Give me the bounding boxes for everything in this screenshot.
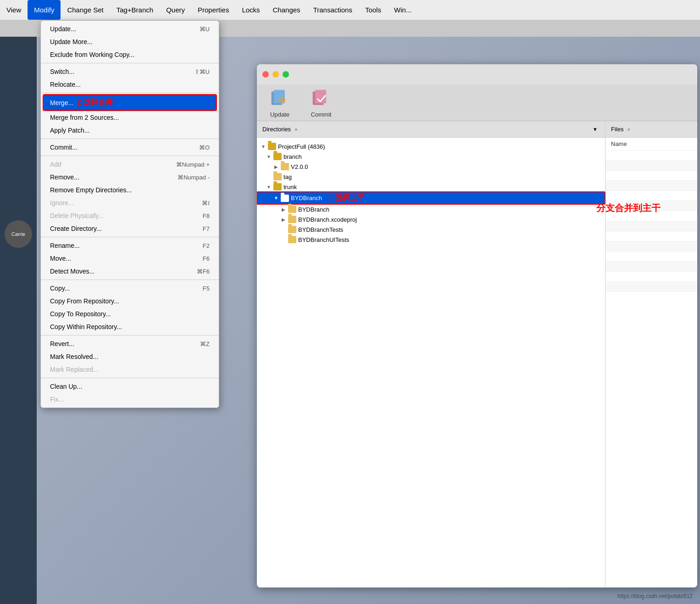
- folder-icon-bydbranch-root: [281, 195, 289, 202]
- menu-relocate-label: Relocate...: [50, 81, 81, 88]
- tree-item-projectfull[interactable]: ▼ ProjectFull (4836): [257, 141, 605, 151]
- tree-label-bydbranch-root: BYDBranch: [291, 195, 322, 201]
- menu-update-more[interactable]: Update More...: [41, 35, 219, 48]
- menu-cleanup[interactable]: Clean Up...: [41, 380, 219, 393]
- files-row: [606, 201, 697, 211]
- menu-create-dir[interactable]: Create Directory... F7: [41, 222, 219, 235]
- files-row: [606, 211, 697, 221]
- window-titlebar: [257, 64, 697, 84]
- menubar-modify[interactable]: Modify: [28, 0, 61, 20]
- tree-label-tag: tag: [283, 173, 292, 180]
- files-row: [606, 231, 697, 241]
- menu-exclude[interactable]: Exclude from Working Copy...: [41, 48, 219, 61]
- menu-detect-moves-label: Detect Moves...: [50, 268, 94, 275]
- menu-copy[interactable]: Copy... F5: [41, 282, 219, 295]
- menu-add-shortcut: ⌘Numpad +: [176, 161, 210, 168]
- menu-fix: Fix...: [41, 393, 219, 406]
- tree-item-tag[interactable]: tag: [257, 172, 605, 182]
- files-header: Files ×: [606, 121, 697, 138]
- tree-item-branch[interactable]: ▼ branch: [257, 151, 605, 162]
- menu-exclude-label: Exclude from Working Copy...: [50, 51, 134, 58]
- menu-detect-moves[interactable]: Detect Moves... ⌘F6: [41, 265, 219, 278]
- menubar-transactions[interactable]: Transactions: [307, 0, 359, 20]
- avatar-label: Carrie: [11, 231, 25, 237]
- files-row: [606, 151, 697, 161]
- menu-rename-shortcut: F2: [203, 242, 210, 249]
- menu-remove[interactable]: Remove... ⌘Numpad -: [41, 171, 219, 184]
- menubar-query[interactable]: Query: [160, 0, 191, 20]
- menu-copy-to-repo[interactable]: Copy To Repository...: [41, 308, 219, 320]
- directories-dropdown[interactable]: ▾: [590, 125, 600, 134]
- menubar-changeset[interactable]: Change Set: [61, 0, 110, 20]
- menu-update[interactable]: Update... ⌘U: [41, 22, 219, 35]
- menu-move-label: Move...: [50, 255, 71, 262]
- menu-copy-from-repo-label: Copy From Repository...: [50, 297, 119, 305]
- menu-revert[interactable]: Revert... ⌘Z: [41, 337, 219, 350]
- tree-label-projectfull: ProjectFull (4836): [278, 143, 325, 150]
- tree-item-uitests[interactable]: BYDBranchUITests: [257, 235, 605, 245]
- content-area: Directories × ▾ ▼ ProjectFull (4836) ▼ b…: [257, 121, 697, 587]
- traffic-minimize[interactable]: [272, 71, 279, 78]
- menu-ignore-label: Ignore...: [50, 199, 73, 207]
- menu-copy-within-repo[interactable]: Copy Within Repository...: [41, 320, 219, 333]
- menu-copy-label: Copy...: [50, 285, 70, 292]
- traffic-maximize[interactable]: [283, 71, 289, 78]
- menubar-tagbranch[interactable]: Tag+Branch: [110, 0, 160, 20]
- directories-close[interactable]: ×: [294, 127, 297, 132]
- folder-icon-branch: [273, 153, 282, 160]
- menu-rename[interactable]: Rename... F2: [41, 239, 219, 252]
- bg-sidebar: Carrie: [0, 37, 37, 604]
- tree-label-bydbranch-child: BYDBranch: [298, 206, 329, 213]
- menu-update-label: Update...: [50, 25, 76, 33]
- menu-commit-label: Commit...: [50, 144, 78, 151]
- tree-label-xcodeproj: BYDBranch.xcodeproj: [298, 216, 357, 223]
- menu-ignore-shortcut: ⌘I: [202, 200, 210, 207]
- menu-detect-moves-shortcut: ⌘F6: [197, 268, 210, 275]
- menu-remove-empty[interactable]: Remove Empty Directories...: [41, 184, 219, 196]
- tree-item-xcodeproj[interactable]: ▶ BYDBranch.xcodeproj: [257, 214, 605, 224]
- menu-switch-label: Switch...: [50, 68, 74, 75]
- menu-copy-to-repo-label: Copy To Repository...: [50, 310, 111, 318]
- menubar-view[interactable]: View: [0, 0, 28, 20]
- menubar-changes[interactable]: Changes: [267, 0, 307, 20]
- separator-8: [41, 378, 219, 378]
- tree-item-trunk[interactable]: ▼ trunk: [257, 182, 605, 192]
- menu-merge-label: Merge...: [50, 99, 73, 106]
- tree-item-bydbranch-child[interactable]: ▶ BYDBranch: [257, 204, 605, 214]
- update-button[interactable]: Update: [266, 87, 294, 118]
- menubar-tools[interactable]: Tools: [359, 0, 388, 20]
- files-close[interactable]: ×: [627, 127, 630, 132]
- tree-item-bydbranch-root[interactable]: ▼ BYDBranch 1 选择主干: [257, 192, 605, 204]
- tree-item-tests[interactable]: BYDBranchTests: [257, 224, 605, 235]
- menu-mark-resolved-label: Mark Resolved...: [50, 353, 98, 360]
- menu-commit-shortcut: ⌘O: [199, 144, 210, 151]
- separator-4: [41, 156, 219, 156]
- menubar-locks[interactable]: Locks: [235, 0, 266, 20]
- menubar: View Modify Change Set Tag+Branch Query …: [0, 0, 700, 20]
- menu-apply-patch[interactable]: Apply Patch...: [41, 124, 219, 137]
- menubar-properties[interactable]: Properties: [191, 0, 235, 20]
- menu-switch[interactable]: Switch... ⇧⌘U: [41, 65, 219, 78]
- tree-label-trunk: trunk: [283, 184, 297, 190]
- menu-commit[interactable]: Commit... ⌘O: [41, 141, 219, 154]
- files-row: [606, 282, 697, 292]
- menu-update-more-label: Update More...: [50, 38, 93, 45]
- menu-move[interactable]: Move... F6: [41, 252, 219, 265]
- menu-remove-shortcut: ⌘Numpad -: [178, 174, 210, 181]
- menu-mark-resolved[interactable]: Mark Resolved...: [41, 350, 219, 363]
- menu-delete-shortcut: F8: [203, 213, 210, 219]
- step-2-label: 2 选择合并: [77, 98, 112, 107]
- traffic-close[interactable]: [262, 71, 269, 78]
- tree-item-v200[interactable]: ▶ V2.0.0: [257, 162, 605, 172]
- menu-relocate[interactable]: Relocate...: [41, 78, 219, 91]
- expand-bydbranch-child: ▶: [281, 207, 286, 212]
- menu-copy-from-repo[interactable]: Copy From Repository...: [41, 295, 219, 308]
- menu-merge-2sources[interactable]: Merge from 2 Sources...: [41, 111, 219, 124]
- separator-7: [41, 335, 219, 336]
- menu-merge[interactable]: Merge... 2 选择合并: [44, 95, 216, 110]
- menubar-win[interactable]: Win...: [388, 0, 418, 20]
- menu-copy-shortcut: F5: [203, 285, 210, 292]
- menu-delete-physically-label: Delete Physically...: [50, 212, 104, 219]
- commit-button[interactable]: Commit: [307, 87, 335, 118]
- separator-2: [41, 93, 219, 93]
